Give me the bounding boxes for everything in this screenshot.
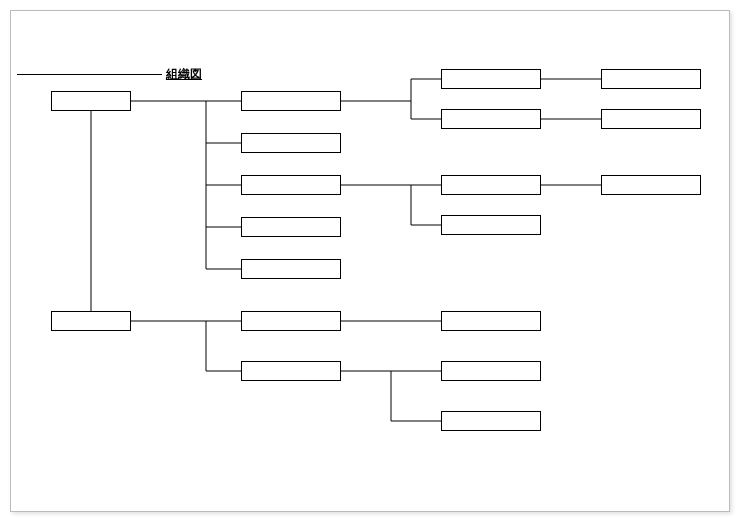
chart-title: 組織図	[166, 66, 202, 83]
org-box-root2	[51, 311, 131, 331]
org-chart-page: 組織図	[10, 10, 730, 512]
org-box-a3	[241, 175, 341, 195]
title-rule	[17, 74, 162, 75]
org-box-a2	[241, 133, 341, 153]
org-box-b3	[441, 175, 541, 195]
org-box-b1	[441, 69, 541, 89]
org-box-b2	[441, 109, 541, 129]
org-box-b4	[441, 215, 541, 235]
org-box-a5	[241, 259, 341, 279]
org-box-c2	[601, 109, 701, 129]
org-box-d2	[241, 361, 341, 381]
org-box-e1	[441, 311, 541, 331]
org-box-e2	[441, 361, 541, 381]
org-box-c1	[601, 69, 701, 89]
org-box-e3	[441, 411, 541, 431]
org-box-root1	[51, 91, 131, 111]
org-box-a1	[241, 91, 341, 111]
org-box-c3	[601, 175, 701, 195]
org-box-a4	[241, 217, 341, 237]
org-box-d1	[241, 311, 341, 331]
